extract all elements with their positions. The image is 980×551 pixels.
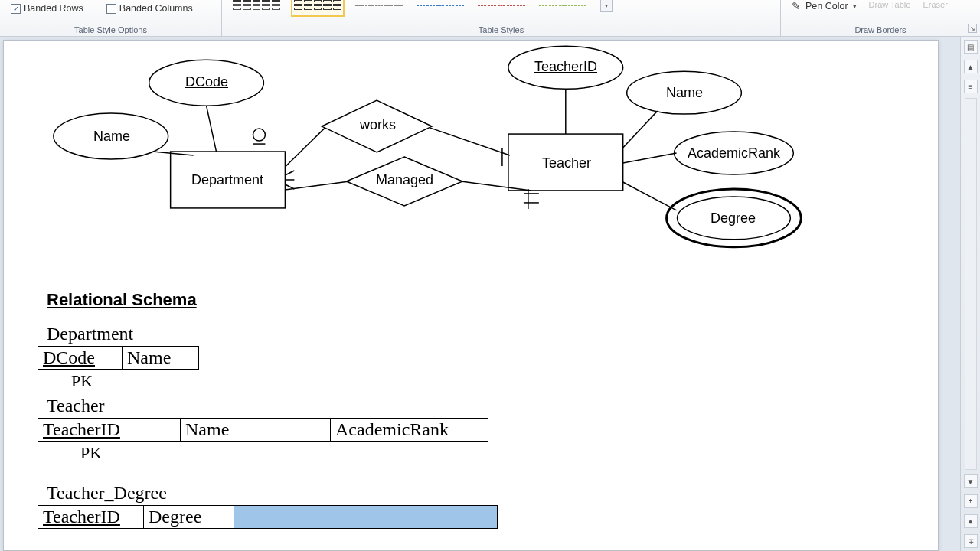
dialog-launcher-button[interactable]: ↘ — [968, 24, 977, 33]
ribbon-group-draw-borders: ✎ Pen Color ▾ Draw Table Eraser Draw Bor… — [781, 0, 980, 36]
svg-line-27 — [285, 171, 294, 175]
cell[interactable]: Name — [122, 347, 199, 370]
er-attr-degree: Degree — [710, 210, 756, 227]
relational-schema-section: Relational Schema Department DCode Name … — [47, 290, 498, 529]
er-attr-dcode: DCode — [185, 74, 228, 90]
er-attr-name-dept: Name — [93, 129, 130, 145]
scrollbar-track[interactable] — [965, 98, 977, 470]
cell-selected[interactable] — [234, 506, 498, 529]
ruler-toggle-icon[interactable]: ▤ — [964, 40, 978, 54]
svg-line-15 — [430, 128, 510, 155]
label: Banded Rows — [24, 3, 83, 14]
table-styles-gallery[interactable]: ▾ — [227, 0, 776, 14]
svg-line-19 — [623, 153, 677, 163]
gallery-more-button[interactable]: ▾ — [600, 0, 612, 12]
table-title-teacher: Teacher — [47, 396, 498, 416]
svg-line-13 — [285, 128, 325, 167]
cell[interactable]: AcademicRank — [331, 419, 488, 442]
label: Pen Color — [805, 1, 848, 11]
svg-line-29 — [285, 184, 294, 189]
table-title-department: Department — [47, 324, 498, 344]
table-style-thumb[interactable] — [233, 0, 280, 14]
er-entity-department: Department — [191, 172, 263, 188]
scroll-up-icon[interactable]: ▲ — [964, 60, 978, 73]
er-rel-works: works — [360, 117, 396, 133]
page[interactable]: DCode Name Department works Managed Teac… — [3, 40, 939, 551]
banded-rows-checkbox[interactable]: ✓ Banded Rows — [11, 3, 83, 14]
er-diagram — [4, 41, 938, 301]
table-row: TeacherID Degree — [38, 506, 498, 529]
cell[interactable]: TeacherID — [38, 506, 144, 529]
table-style-thumb[interactable] — [478, 0, 525, 14]
select-browse-object-icon[interactable]: ● — [964, 514, 978, 528]
cell[interactable]: Degree — [144, 506, 234, 529]
label: Banded Columns — [119, 3, 193, 14]
er-attr-teacherid: TeacherID — [534, 59, 597, 75]
svg-line-16 — [461, 181, 531, 191]
vertical-scrollbar[interactable]: ▤ ▲ ≡ ▼ ± ● ∓ — [960, 37, 980, 551]
cell[interactable]: DCode — [38, 347, 122, 370]
cell[interactable]: TeacherID — [38, 419, 181, 442]
er-attr-name-t: Name — [666, 85, 703, 101]
table-style-thumb[interactable] — [355, 0, 403, 14]
ribbon-group-table-style-options: ✓ Banded Rows Banded Columns Table Style… — [0, 0, 222, 36]
svg-point-25 — [253, 129, 265, 141]
pk-label: PK — [47, 443, 498, 463]
draw-table-button[interactable]: Draw Table — [869, 0, 911, 9]
svg-line-18 — [623, 111, 658, 148]
group-label: Draw Borders — [786, 25, 975, 36]
er-rel-managed: Managed — [376, 172, 433, 188]
er-entity-teacher: Teacher — [542, 155, 591, 171]
browse-prev-icon[interactable]: ± — [964, 494, 978, 508]
label: Draw Table — [869, 0, 911, 9]
svg-line-20 — [623, 182, 677, 210]
checkbox-icon: ✓ — [11, 4, 21, 14]
schema-heading: Relational Schema — [47, 290, 498, 310]
svg-line-11 — [207, 106, 217, 152]
group-label: Table Style Options — [5, 25, 217, 36]
document-area: DCode Name Department works Managed Teac… — [0, 37, 960, 551]
table-style-thumb[interactable] — [539, 0, 586, 14]
scroll-down-icon[interactable]: ▼ — [964, 474, 978, 488]
table-style-thumb[interactable] — [416, 0, 464, 14]
cell[interactable]: Name — [181, 419, 331, 442]
eraser-button[interactable]: Eraser — [923, 0, 947, 9]
banded-columns-checkbox[interactable]: Banded Columns — [106, 3, 193, 14]
ribbon: ✓ Banded Rows Banded Columns Table Style… — [0, 0, 980, 37]
table-title-teacher-degree: Teacher_Degree — [47, 483, 498, 504]
table-style-thumb-selected[interactable] — [294, 0, 341, 14]
group-label: Table Styles — [227, 25, 776, 36]
table-department[interactable]: DCode Name — [38, 346, 199, 370]
table-row: TeacherID Name AcademicRank — [38, 419, 488, 442]
browse-next-icon[interactable]: ∓ — [964, 534, 978, 548]
table-teacher[interactable]: TeacherID Name AcademicRank — [38, 418, 488, 442]
svg-line-14 — [285, 181, 349, 190]
ribbon-group-table-styles: ▾ Table Styles — [222, 0, 781, 36]
pk-label: PK — [47, 371, 498, 391]
split-view-icon[interactable]: ≡ — [964, 80, 978, 93]
pen-color-button[interactable]: ✎ Pen Color ▾ — [792, 0, 857, 12]
er-attr-academicrank: AcademicRank — [688, 145, 780, 161]
checkbox-icon — [106, 4, 116, 14]
table-row: DCode Name — [38, 347, 199, 370]
table-teacher-degree[interactable]: TeacherID Degree — [38, 505, 498, 529]
chevron-down-icon: ▾ — [853, 2, 857, 10]
label: Eraser — [923, 0, 947, 9]
pen-icon: ✎ — [792, 0, 801, 12]
